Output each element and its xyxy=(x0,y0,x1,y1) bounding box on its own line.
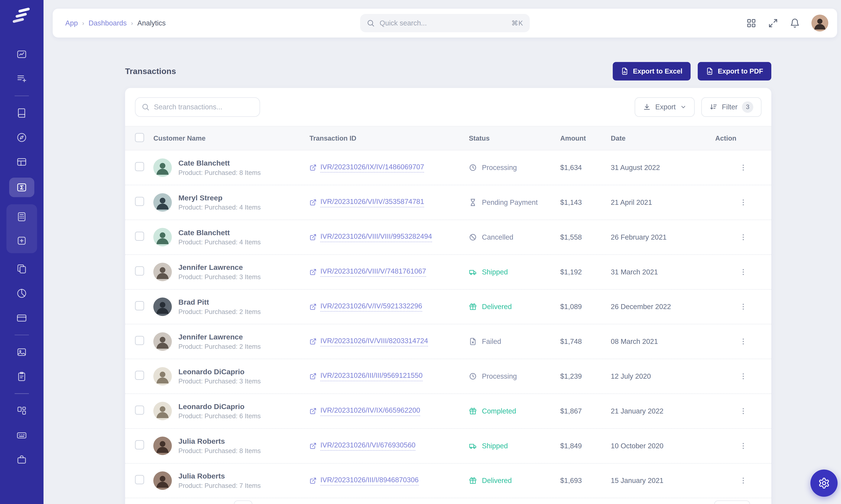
sidebar-item-chart-box-icon[interactable] xyxy=(9,46,34,63)
quick-search[interactable]: Quick search... ⌘K xyxy=(360,14,530,33)
sidebar-item-table-icon[interactable] xyxy=(9,153,34,170)
customer-product-info: Product: Purchased: 2 Items xyxy=(178,308,261,316)
sidebar-item-credit-card-icon[interactable] xyxy=(9,309,34,327)
customer-name: Meryl Streep xyxy=(178,194,261,202)
row-actions-button[interactable] xyxy=(737,336,749,347)
select-all-checkbox[interactable] xyxy=(135,133,144,142)
row-actions-button[interactable] xyxy=(737,196,749,209)
table-row: Jennifer Lawrence Product: Purchased: 2 … xyxy=(125,324,771,359)
row-checkbox[interactable] xyxy=(135,232,144,241)
transactions-card: Export Filter 3 Customer NameTransaction… xyxy=(125,88,771,504)
customer-avatar xyxy=(153,471,172,490)
row-actions-button[interactable] xyxy=(737,231,749,243)
app-logo[interactable] xyxy=(12,7,32,25)
sidebar-item-layout-grid-icon[interactable] xyxy=(9,402,34,419)
row-checkbox[interactable] xyxy=(135,266,144,275)
transactions-search-input[interactable] xyxy=(154,103,254,111)
grid-icon[interactable] xyxy=(746,18,757,29)
customer-name: Leonardo DiCaprio xyxy=(178,402,261,411)
row-actions-button[interactable] xyxy=(737,440,749,452)
sidebar-item-calculator-icon[interactable] xyxy=(9,208,34,226)
transaction-id-link[interactable]: IVR/20231026/VIII/V/7481761067 xyxy=(309,267,469,277)
row-actions-button[interactable] xyxy=(737,162,749,174)
amount-value: $1,748 xyxy=(560,338,611,346)
header-bar: App›Dashboards›Analytics Quick search...… xyxy=(53,9,837,37)
date-value: 26 December 2022 xyxy=(611,303,715,311)
status-badge: Pending Payment xyxy=(469,198,560,206)
toolbar-right: Export Filter 3 xyxy=(635,97,761,117)
sidebar-item-book-icon[interactable] xyxy=(9,104,34,122)
transactions-search-field[interactable] xyxy=(135,97,260,117)
clock-icon xyxy=(469,372,477,380)
sidebar-item-compass-icon[interactable] xyxy=(9,129,34,146)
status-badge: Shipped xyxy=(469,268,560,276)
row-actions-button[interactable] xyxy=(737,266,749,278)
ban-icon xyxy=(469,233,477,241)
search-icon xyxy=(141,103,150,111)
sidebar-item-clipboard-icon[interactable] xyxy=(9,368,34,385)
row-checkbox[interactable] xyxy=(135,371,144,380)
export-to-pdf-button[interactable]: Export to PDF xyxy=(698,62,771,80)
date-value: 21 April 2021 xyxy=(611,198,715,206)
dots-vertical-icon xyxy=(739,233,747,241)
transaction-id-link[interactable]: IVR/20231026/V/IV/5921332296 xyxy=(309,302,469,312)
file-chart-icon xyxy=(621,67,629,75)
maximize-icon[interactable] xyxy=(768,18,778,29)
sidebar-item-image-icon[interactable] xyxy=(9,343,34,361)
bell-icon[interactable] xyxy=(790,18,800,29)
dots-vertical-icon xyxy=(739,268,747,276)
user-avatar[interactable] xyxy=(811,15,828,31)
settings-fab[interactable] xyxy=(810,469,838,497)
amount-value: $1,867 xyxy=(560,407,611,415)
transaction-id-link[interactable]: IVR/20231026/IX/IV/1486069707 xyxy=(309,163,469,173)
external-link-icon xyxy=(309,408,317,415)
customer-product-info: Product: Purchased: 6 Items xyxy=(178,412,261,420)
sidebar-item-file-copy-icon[interactable] xyxy=(9,260,34,278)
sidebar-item-pie-chart-icon[interactable] xyxy=(9,285,34,302)
date-value: 31 August 2022 xyxy=(611,164,715,172)
transaction-id-link[interactable]: IVR/20231026/VIII/VIII/9953282494 xyxy=(309,232,469,242)
export-to-excel-button[interactable]: Export to Excel xyxy=(613,62,691,80)
row-checkbox[interactable] xyxy=(135,197,144,206)
pagination-page-button[interactable] xyxy=(234,501,252,504)
pagination-next-button[interactable] xyxy=(714,501,750,504)
export-dropdown-button[interactable]: Export xyxy=(635,97,695,117)
transaction-id-link[interactable]: IVR/20231026/III/III/9569121550 xyxy=(309,372,469,381)
breadcrumb-item-app[interactable]: App xyxy=(65,19,78,27)
breadcrumb-item-dashboards[interactable]: Dashboards xyxy=(88,19,126,27)
row-checkbox[interactable] xyxy=(135,336,144,345)
row-actions-button[interactable] xyxy=(737,475,749,486)
sidebar-item-invoice-plus-icon[interactable] xyxy=(9,70,34,88)
truck-icon xyxy=(469,268,477,276)
row-actions-button[interactable] xyxy=(737,405,749,417)
row-actions-button[interactable] xyxy=(737,370,749,382)
transaction-id-link[interactable]: IVR/20231026/VI/IV/3535874781 xyxy=(309,198,469,207)
column-header-date: Date xyxy=(611,134,715,142)
customer-product-info: Product: Purchased: 3 Items xyxy=(178,273,261,281)
status-badge: Delivered xyxy=(469,476,560,485)
row-actions-button[interactable] xyxy=(737,301,749,312)
title-row: Transactions Export to Excel Export to P… xyxy=(125,61,771,81)
sidebar-item-plus-box-icon[interactable] xyxy=(9,232,34,249)
gear-icon xyxy=(818,477,830,489)
row-checkbox[interactable] xyxy=(135,475,144,484)
row-checkbox[interactable] xyxy=(135,406,144,415)
clock-icon xyxy=(469,164,477,172)
sidebar-item-sigma-icon[interactable] xyxy=(9,178,34,197)
transaction-id-link[interactable]: IVR/20231026/I/VI/676930560 xyxy=(309,441,469,451)
sidebar-item-briefcase-icon[interactable] xyxy=(9,451,34,468)
sidebar-divider xyxy=(15,335,29,335)
filter-button[interactable]: Filter 3 xyxy=(701,97,761,117)
transaction-id-link[interactable]: IVR/20231026/IV/IX/665962200 xyxy=(309,406,469,416)
transaction-id-link[interactable]: IVR/20231026/III/I/8946870306 xyxy=(309,476,469,486)
row-checkbox[interactable] xyxy=(135,301,144,310)
external-link-icon xyxy=(309,303,317,310)
dots-vertical-icon xyxy=(739,407,747,415)
status-badge: Processing xyxy=(469,164,560,172)
breadcrumb-separator: › xyxy=(82,20,84,26)
row-checkbox[interactable] xyxy=(135,162,144,171)
row-checkbox[interactable] xyxy=(135,440,144,449)
sidebar-item-keyboard-icon[interactable] xyxy=(9,427,34,444)
transaction-id-link[interactable]: IVR/20231026/IV/VIII/8203314724 xyxy=(309,337,469,346)
quick-search-placeholder: Quick search... xyxy=(380,19,507,27)
